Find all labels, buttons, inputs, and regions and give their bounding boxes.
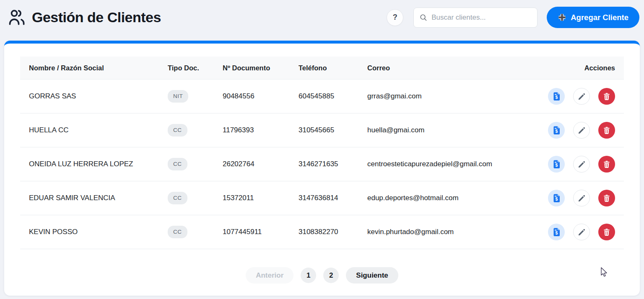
add-client-label: Agregar Cliente: [571, 13, 628, 22]
page-title: Gestión de Clientes: [32, 9, 161, 26]
invoice-button[interactable]: $: [548, 122, 565, 139]
email: centroesteticapurezadepiel@gmail.com: [367, 160, 537, 168]
edit-button[interactable]: [573, 122, 590, 139]
invoice-button[interactable]: $: [548, 224, 565, 240]
client-name: KEVIN POSSO: [20, 228, 168, 236]
table-row: GORRAS SAS NIT 90484556 604545885 grras@…: [20, 80, 624, 113]
doc-type-badge: CC: [168, 158, 187, 170]
column-header-name: Nombre / Razón Social: [20, 64, 168, 72]
svg-text:$: $: [555, 129, 558, 134]
column-header-email: Correo: [367, 64, 537, 72]
search-input[interactable]: [431, 13, 531, 22]
edit-button[interactable]: [573, 190, 590, 206]
phone: 3146271635: [299, 160, 367, 168]
row-actions: $: [537, 88, 615, 105]
pencil-icon: [578, 194, 586, 202]
phone: 310545665: [299, 126, 367, 134]
doc-number: 1077445911: [223, 228, 299, 236]
email: kevin.phurtado@gmail.com: [367, 228, 537, 236]
doc-type-badge: NIT: [168, 90, 188, 103]
svg-text:$: $: [555, 95, 558, 100]
trash-icon: [603, 194, 610, 202]
column-header-doc-number: Nº Documento: [223, 64, 299, 72]
pencil-icon: [578, 126, 586, 134]
delete-button[interactable]: [598, 156, 615, 173]
doc-type-badge: CC: [168, 226, 187, 238]
doc-type-badge: CC: [168, 124, 187, 137]
invoice-button[interactable]: $: [548, 88, 565, 105]
edit-button[interactable]: [573, 156, 590, 173]
email: huella@gmai.com: [367, 126, 537, 134]
question-icon: ?: [393, 13, 397, 22]
search-box: [413, 8, 538, 28]
edit-button[interactable]: [573, 88, 590, 105]
email: edup.deportes@hotmail.com: [367, 194, 537, 202]
row-actions: $: [537, 122, 615, 139]
file-invoice-dollar-icon: $: [553, 228, 561, 237]
title-group: Gestión de Clientes: [8, 9, 161, 26]
topbar: Gestión de Clientes ? Agregar Cliente: [0, 0, 644, 41]
row-actions: $: [537, 224, 615, 240]
phone: 3147636814: [299, 194, 367, 202]
pencil-icon: [578, 93, 586, 101]
clients-table: Nombre / Razón Social Tipo Doc. Nº Docum…: [20, 57, 624, 249]
client-name: ONEIDA LUZ HERRERA LOPEZ: [20, 160, 168, 168]
delete-button[interactable]: [598, 88, 615, 105]
pencil-icon: [578, 228, 586, 236]
client-name: EDUAR SAMIR VALENCIA: [20, 194, 168, 202]
previous-page-button[interactable]: Anterior: [246, 267, 293, 284]
trash-icon: [603, 160, 610, 168]
delete-button[interactable]: [598, 224, 615, 240]
table-row: HUELLA CC CC 11796393 310545665 huella@g…: [20, 113, 624, 147]
trash-icon: [603, 126, 610, 134]
plus-icon: [558, 13, 566, 22]
page-2-button[interactable]: 2: [323, 268, 339, 283]
help-button[interactable]: ?: [387, 9, 403, 26]
doc-number: 26202764: [223, 160, 299, 168]
svg-text:$: $: [555, 196, 558, 201]
column-header-doc-type: Tipo Doc.: [168, 64, 223, 72]
email: grras@gmai.com: [367, 92, 537, 101]
trash-icon: [603, 228, 610, 236]
phone: 604545885: [299, 92, 367, 101]
invoice-button[interactable]: $: [548, 190, 565, 206]
add-client-button[interactable]: Agregar Cliente: [547, 7, 639, 28]
doc-type-badge: CC: [168, 192, 187, 204]
column-header-actions: Acciones: [537, 64, 624, 72]
table-header-row: Nombre / Razón Social Tipo Doc. Nº Docum…: [20, 57, 624, 80]
svg-text:$: $: [555, 162, 558, 168]
pagination: Anterior 1 2 Siguiente: [20, 267, 624, 284]
edit-button[interactable]: [573, 224, 590, 240]
table-row: ONEIDA LUZ HERRERA LOPEZ CC 26202764 314…: [20, 147, 624, 181]
magnifier-icon: [420, 13, 427, 22]
svg-text:$: $: [555, 230, 558, 235]
doc-number: 15372011: [223, 194, 299, 202]
next-page-button[interactable]: Siguiente: [346, 267, 398, 284]
client-name: HUELLA CC: [20, 126, 168, 134]
people-icon: [8, 9, 26, 26]
delete-button[interactable]: [598, 122, 615, 139]
table-row: EDUAR SAMIR VALENCIA CC 15372011 3147636…: [20, 181, 624, 215]
column-header-phone: Teléfono: [299, 64, 367, 72]
doc-number: 90484556: [223, 92, 299, 101]
doc-number: 11796393: [223, 126, 299, 134]
file-invoice-dollar-icon: $: [553, 194, 561, 203]
file-invoice-dollar-icon: $: [553, 92, 561, 101]
file-invoice-dollar-icon: $: [553, 160, 561, 169]
client-name: GORRAS SAS: [20, 92, 168, 101]
row-actions: $: [537, 156, 615, 173]
phone: 3108382270: [299, 228, 367, 236]
table-body: GORRAS SAS NIT 90484556 604545885 grras@…: [20, 80, 624, 249]
invoice-button[interactable]: $: [548, 156, 565, 173]
trash-icon: [603, 93, 610, 101]
clients-card: Nombre / Razón Social Tipo Doc. Nº Docum…: [4, 41, 640, 296]
row-actions: $: [537, 190, 615, 206]
file-invoice-dollar-icon: $: [553, 126, 561, 135]
pencil-icon: [578, 160, 586, 168]
table-row: KEVIN POSSO CC 1077445911 3108382270 kev…: [20, 215, 624, 249]
delete-button[interactable]: [598, 190, 615, 206]
page-1-button[interactable]: 1: [301, 268, 316, 283]
